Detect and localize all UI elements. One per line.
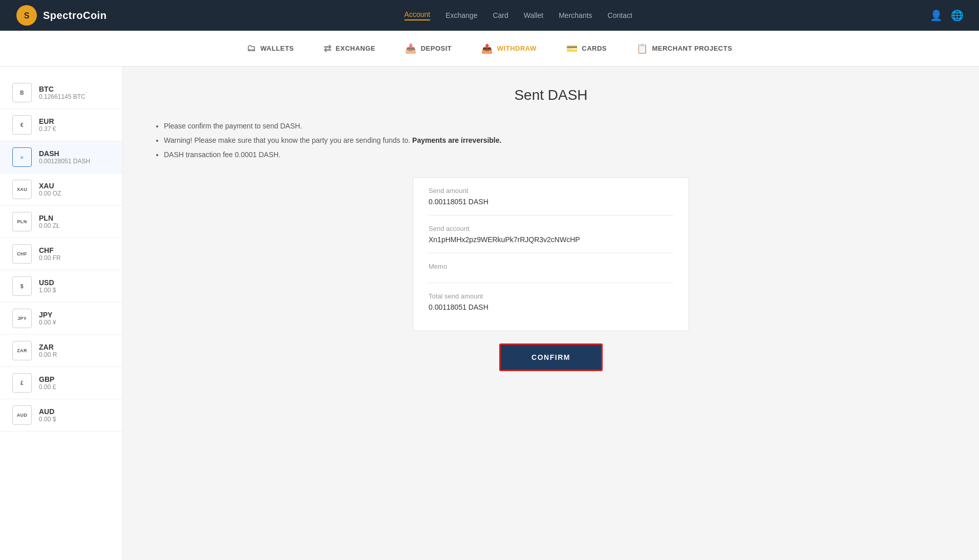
confirm-card: Send amount 0.00118051 DASH Send account… [413, 177, 689, 331]
jpy-currency: JPY [39, 311, 56, 319]
usd-icon: $ [12, 276, 32, 296]
eur-icon: € [12, 115, 32, 135]
confirm-button[interactable]: CONFIRM [499, 343, 603, 371]
dash-icon: ≡ [12, 147, 32, 167]
withdraw-icon: 📤 [481, 43, 493, 54]
wallet-item-btc[interactable]: B BTC 0.12661145 BTC [0, 77, 122, 109]
confirm-button-wrap: CONFIRM [154, 343, 948, 371]
page-title: Sent DASH [154, 87, 948, 103]
pln-balance: 0.00 ZŁ [39, 222, 60, 229]
pln-icon: PLN [12, 212, 32, 231]
gbp-balance: 0.00 £ [39, 383, 56, 391]
chf-icon: CHF [12, 244, 32, 264]
jpy-balance: 0.00 ¥ [39, 319, 56, 326]
wallet-item-usd[interactable]: $ USD 1.00 $ [0, 270, 122, 303]
send-account-label: Send account [429, 225, 673, 232]
subnav-deposit[interactable]: 📥 DEPOSIT [403, 39, 454, 58]
pln-currency: PLN [39, 214, 60, 222]
logo[interactable]: S SpectroCoin [15, 4, 107, 27]
subnav-exchange[interactable]: ⇄ EXCHANGE [322, 39, 377, 58]
jpy-icon: JPY [12, 309, 32, 328]
info-list: Please confirm the payment to send DASH.… [154, 119, 948, 162]
send-account-value: Xn1pHMHx2pz9WERkuPk7rRJQR3v2cNWcHP [429, 235, 673, 244]
exchange-icon: ⇄ [324, 43, 332, 54]
send-amount-value: 0.00118051 DASH [429, 198, 673, 206]
cards-icon: 💳 [566, 43, 578, 54]
wallet-item-zar[interactable]: ZAR ZAR 0.00 R [0, 335, 122, 367]
usd-balance: 1.00 $ [39, 287, 56, 294]
chf-balance: 0.00 FR [39, 254, 61, 262]
btc-balance: 0.12661145 BTC [39, 93, 86, 100]
usd-currency: USD [39, 278, 56, 287]
wallet-item-xau[interactable]: XAU XAU 0.00 OZ [0, 174, 122, 206]
subnav-withdraw[interactable]: 📤 WITHDRAW [479, 39, 538, 58]
nav-card[interactable]: Card [493, 11, 508, 19]
xau-balance: 0.00 OZ [39, 190, 61, 197]
total-amount-value: 0.00118051 DASH [429, 303, 673, 311]
deposit-icon: 📥 [405, 43, 417, 54]
dash-balance: 0.00128051 DASH [39, 158, 90, 165]
right-panel: Sent DASH Please confirm the payment to … [123, 67, 979, 560]
sub-navigation: 🗂 WALLETS ⇄ EXCHANGE 📥 DEPOSIT 📤 WITHDRA… [0, 31, 979, 67]
zar-currency: ZAR [39, 343, 57, 351]
total-amount-row: Total send amount 0.00118051 DASH [429, 283, 673, 320]
send-amount-row: Send amount 0.00118051 DASH [429, 178, 673, 216]
send-amount-label: Send amount [429, 187, 673, 195]
nav-wallet[interactable]: Wallet [524, 11, 543, 19]
info-item-2: Warning! Please make sure that you know … [164, 133, 948, 147]
wallet-item-dash[interactable]: ≡ DASH 0.00128051 DASH [0, 141, 122, 174]
nav-exchange[interactable]: Exchange [445, 11, 477, 19]
send-account-row: Send account Xn1pHMHx2pz9WERkuPk7rRJQR3v… [429, 216, 673, 253]
wallet-sidebar: B BTC 0.12661145 BTC € EUR 0.37 € ≡ DASH… [0, 67, 123, 560]
chf-currency: CHF [39, 246, 61, 254]
eur-currency: EUR [39, 117, 56, 125]
aud-currency: AUD [39, 407, 56, 416]
nav-merchants[interactable]: Merchants [559, 11, 592, 19]
nav-links: Account Exchange Card Wallet Merchants C… [405, 10, 632, 20]
info-item-3: DASH transaction fee 0.0001 DASH. [164, 147, 948, 162]
memo-row: Memo [429, 253, 673, 283]
globe-icon[interactable]: 🌐 [951, 9, 964, 21]
total-amount-label: Total send amount [429, 292, 673, 300]
top-navigation: S SpectroCoin Account Exchange Card Wall… [0, 0, 979, 31]
user-icon[interactable]: 👤 [930, 9, 943, 21]
btc-icon: B [12, 83, 32, 102]
nav-account[interactable]: Account [405, 10, 431, 20]
memo-label: Memo [429, 263, 673, 270]
zar-balance: 0.00 R [39, 351, 57, 358]
btc-currency: BTC [39, 85, 86, 93]
info-item-1: Please confirm the payment to send DASH. [164, 119, 948, 133]
dash-currency: DASH [39, 149, 90, 158]
wallets-icon: 🗂 [247, 43, 257, 54]
wallet-item-pln[interactable]: PLN PLN 0.00 ZŁ [0, 206, 122, 238]
svg-text:S: S [24, 11, 30, 20]
subnav-cards[interactable]: 💳 CARDS [564, 39, 609, 58]
xau-icon: XAU [12, 180, 32, 199]
wallet-item-chf[interactable]: CHF CHF 0.00 FR [0, 238, 122, 270]
main-content: B BTC 0.12661145 BTC € EUR 0.37 € ≡ DASH… [0, 67, 979, 560]
subnav-wallets[interactable]: 🗂 WALLETS [245, 39, 296, 58]
wallet-item-gbp[interactable]: £ GBP 0.00 £ [0, 367, 122, 399]
brand-name: SpectroCoin [43, 10, 107, 21]
wallet-item-jpy[interactable]: JPY JPY 0.00 ¥ [0, 303, 122, 335]
nav-icons: 👤 🌐 [930, 9, 964, 21]
wallet-item-eur[interactable]: € EUR 0.37 € [0, 109, 122, 141]
subnav-merchant-projects[interactable]: 📋 MERCHANT PROJECTS [634, 39, 734, 58]
eur-balance: 0.37 € [39, 125, 56, 133]
gbp-icon: £ [12, 373, 32, 393]
nav-contact[interactable]: Contact [608, 11, 632, 19]
gbp-currency: GBP [39, 375, 56, 383]
zar-icon: ZAR [12, 341, 32, 360]
aud-icon: AUD [12, 405, 32, 425]
xau-currency: XAU [39, 182, 61, 190]
wallet-item-aud[interactable]: AUD AUD 0.00 $ [0, 399, 122, 432]
merchant-icon: 📋 [636, 43, 648, 54]
aud-balance: 0.00 $ [39, 416, 56, 423]
